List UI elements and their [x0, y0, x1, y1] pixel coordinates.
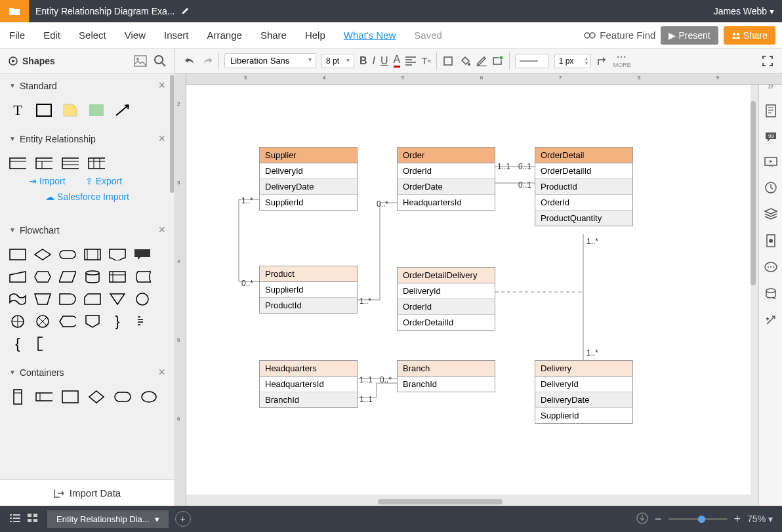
border-color-icon[interactable]: [476, 56, 487, 66]
data-icon[interactable]: [765, 288, 777, 302]
entity-field[interactable]: OrderId: [398, 299, 495, 315]
folder-icon[interactable]: [0, 0, 29, 22]
fc-connector[interactable]: [134, 292, 151, 306]
entity-orderdetaildelivery[interactable]: OrderDetailDeliveryDeliveryIdOrderIdOrde…: [397, 267, 495, 331]
align-icon[interactable]: [405, 56, 416, 66]
entity-field[interactable]: DeliveryId: [260, 163, 357, 179]
menu-select[interactable]: Select: [70, 30, 115, 41]
line-routing-icon[interactable]: [596, 55, 608, 67]
fc-display[interactable]: [59, 314, 76, 329]
menu-view[interactable]: View: [115, 30, 155, 41]
add-page-button[interactable]: +: [175, 511, 191, 527]
note-shape[interactable]: [62, 103, 79, 117]
fc-note[interactable]: [134, 314, 151, 329]
close-icon[interactable]: ×: [158, 365, 165, 379]
fc-delay[interactable]: [59, 292, 76, 306]
undo-icon[interactable]: [184, 56, 196, 66]
entity-header[interactable]: Delivery: [535, 361, 632, 377]
entity-header[interactable]: OrderDetail: [535, 148, 632, 163]
presentation-icon[interactable]: [764, 157, 777, 170]
whats-new-link[interactable]: What's New: [335, 30, 405, 41]
entity-field[interactable]: HeadquartersId: [260, 377, 357, 392]
fc-offpage[interactable]: [84, 314, 101, 329]
container-2[interactable]: [35, 390, 52, 404]
redo-icon[interactable]: [201, 56, 213, 66]
image-icon[interactable]: [134, 55, 147, 67]
shapes-button[interactable]: Shapes: [8, 56, 55, 66]
entity-field[interactable]: HeadquartersId: [398, 195, 495, 210]
entity-field[interactable]: SupplierId: [260, 282, 357, 298]
entity-field[interactable]: BranchId: [260, 392, 357, 407]
zoom-out-button[interactable]: −: [655, 512, 662, 526]
menu-insert[interactable]: Insert: [155, 30, 198, 41]
panel-flowchart[interactable]: ▼Flowchart×: [0, 218, 175, 242]
container-5[interactable]: [114, 390, 131, 404]
fc-data[interactable]: [59, 270, 76, 284]
menu-help[interactable]: Help: [296, 30, 335, 41]
fc-annotation[interactable]: [34, 337, 51, 351]
entity-field[interactable]: DeliveryId: [535, 377, 632, 392]
entity-field[interactable]: DeliveryDate: [535, 392, 632, 408]
more-button[interactable]: •••MORE: [613, 54, 631, 68]
salesforce-import-link[interactable]: ☁ Salesforce Import: [9, 192, 165, 209]
close-icon[interactable]: ×: [158, 223, 165, 237]
entity-order[interactable]: OrderOrderIdOrderDateHeadquartersId: [397, 147, 495, 211]
page-tab[interactable]: Entity Relationship Dia... ▾: [47, 510, 169, 528]
zoom-value[interactable]: 75% ▾: [747, 514, 773, 524]
entity-supplier[interactable]: SupplierDeliveryIdDeliveryDateSupplierId: [259, 147, 358, 211]
comment-icon[interactable]: 99: [765, 132, 777, 145]
fill-icon[interactable]: [459, 55, 471, 67]
fc-terminator[interactable]: [59, 247, 76, 262]
menu-arrange[interactable]: Arrange: [198, 30, 251, 41]
feature-find[interactable]: Feature Find: [584, 30, 655, 41]
line-width-select[interactable]: 1 px▴▾: [554, 54, 591, 68]
fc-manual-op[interactable]: [34, 292, 51, 306]
font-size-select[interactable]: 8 pt: [321, 54, 354, 68]
close-icon[interactable]: ×: [158, 79, 165, 92]
fc-database[interactable]: [84, 270, 101, 284]
entity-field[interactable]: OrderDetailId: [535, 163, 632, 179]
canvas-scrollbar-v[interactable]: [749, 85, 757, 495]
close-icon[interactable]: ×: [158, 132, 165, 146]
bold-icon[interactable]: B: [360, 55, 367, 67]
present-button[interactable]: ▶ Present: [661, 26, 718, 45]
entity-headquarters[interactable]: HeadquartersHeadquartersIdBranchId: [259, 360, 358, 408]
entity-header[interactable]: Supplier: [260, 148, 357, 163]
menu-share[interactable]: Share: [251, 30, 296, 41]
fc-preparation[interactable]: [34, 270, 51, 284]
fc-merge[interactable]: [109, 292, 126, 306]
page-icon[interactable]: [765, 104, 777, 120]
entity-field[interactable]: OrderDetailId: [398, 315, 495, 330]
panel-containers[interactable]: ▼Containers×: [0, 360, 175, 384]
entity-header[interactable]: Branch: [398, 361, 495, 377]
entity-field[interactable]: OrderId: [398, 163, 495, 179]
fc-or[interactable]: [34, 314, 51, 329]
zoom-slider[interactable]: [669, 518, 728, 520]
entity-product[interactable]: ProductSupplierIdProductId: [259, 266, 358, 314]
menu-file[interactable]: File: [0, 30, 34, 41]
font-select[interactable]: Liberation Sans: [224, 53, 316, 68]
shape-options-icon[interactable]: [492, 55, 504, 67]
layers-icon[interactable]: [764, 208, 777, 222]
fc-summing[interactable]: [9, 314, 26, 329]
history-icon[interactable]: [765, 182, 777, 196]
search-icon[interactable]: [154, 54, 167, 68]
er-shape-2[interactable]: [35, 156, 52, 171]
entity-orderdetail[interactable]: OrderDetailOrderDetailIdProductIdOrderId…: [535, 147, 633, 226]
fc-decision[interactable]: [34, 247, 51, 262]
entity-header[interactable]: Headquarters: [260, 361, 357, 377]
user-menu[interactable]: James Webb ▾: [706, 6, 782, 16]
fc-callout[interactable]: [134, 247, 151, 262]
master-icon[interactable]: [766, 234, 776, 250]
entity-field[interactable]: DeliveryDate: [260, 179, 357, 195]
block-shape[interactable]: [88, 103, 105, 117]
panel-standard[interactable]: ▼Standard×: [0, 73, 175, 98]
fc-document[interactable]: [109, 247, 126, 262]
entity-field[interactable]: ProductId: [535, 179, 632, 195]
fc-brace-r[interactable]: }: [109, 314, 126, 329]
entity-field[interactable]: BranchId: [398, 377, 495, 392]
container-3[interactable]: [62, 390, 79, 404]
entity-field[interactable]: SupplierId: [260, 195, 357, 210]
crop-icon[interactable]: [442, 55, 454, 67]
entity-field[interactable]: DeliveryId: [398, 283, 495, 299]
